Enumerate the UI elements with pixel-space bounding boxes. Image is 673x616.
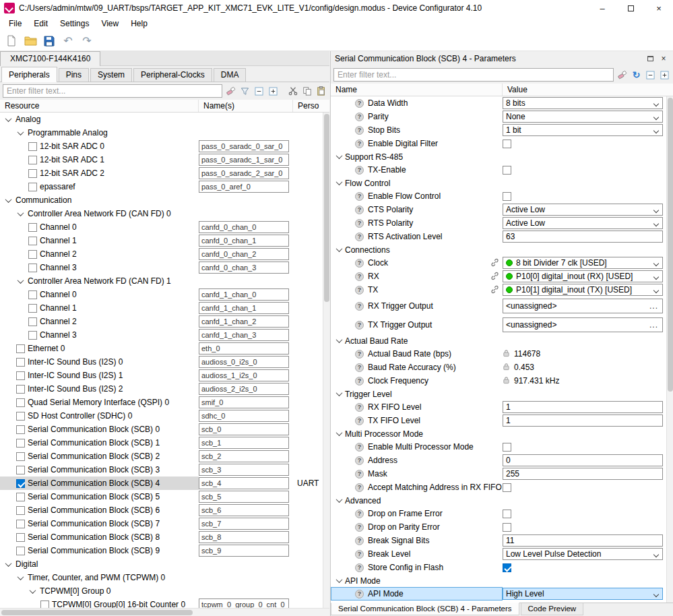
resource-name-input[interactable] (199, 518, 289, 530)
resource-checkbox[interactable] (16, 371, 25, 380)
expander-icon[interactable] (4, 196, 13, 205)
tree-row[interactable]: 12-bit SAR ADC 2 (0, 166, 323, 180)
tree-row[interactable]: Serial Communication Block (SCB) 0 (0, 423, 323, 436)
resource-checkbox[interactable] (16, 466, 25, 474)
expander-icon[interactable] (335, 429, 344, 438)
tree-row[interactable]: Serial Communication Block (SCB) 7 (0, 517, 323, 530)
help-icon[interactable]: ? (355, 377, 364, 386)
resource-name-input[interactable] (199, 464, 289, 476)
expander-icon[interactable] (335, 245, 344, 254)
tree-row[interactable]: Inter-IC Sound Bus (I2S) 1 (0, 369, 323, 382)
help-icon[interactable]: ? (355, 206, 364, 214)
resource-checkbox[interactable] (16, 439, 25, 448)
tree-row[interactable]: Channel 1 (0, 234, 323, 247)
param-row[interactable]: ?TX Trigger Output<unassigned>... (331, 315, 667, 334)
ellipsis-button[interactable]: ... (649, 301, 658, 311)
tab-system[interactable]: System (90, 68, 132, 82)
param-row[interactable]: ?Enable Multi Processor Mode (331, 440, 667, 454)
cut-icon[interactable] (287, 86, 298, 97)
param-text-input[interactable] (503, 230, 663, 243)
resource-name-input[interactable] (199, 181, 289, 193)
help-icon[interactable]: ? (355, 403, 364, 412)
tree-row[interactable]: Quad Serial Memory Interface (QSPI) 0 (0, 396, 323, 409)
tab-peripherals[interactable]: Peripherals (1, 67, 57, 82)
tree-row[interactable]: Serial Communication Block (SCB) 8 (0, 530, 323, 544)
param-row[interactable]: ?TX FIFO Level (331, 414, 667, 427)
resource-checkbox[interactable] (28, 317, 37, 326)
param-group-row[interactable]: Support RS-485 (331, 150, 667, 163)
tree-row[interactable]: Inter-IC Sound Bus (I2S) 0 (0, 355, 323, 369)
column-header-name[interactable]: Name (331, 84, 503, 96)
help-icon[interactable]: ? (355, 219, 364, 228)
param-row[interactable]: ?Store Config in Flash (331, 561, 667, 574)
column-header-value[interactable]: Value (503, 84, 673, 96)
right-vertical-scrollbar[interactable] (666, 96, 673, 603)
resource-name-input[interactable] (199, 369, 289, 381)
clear-filter-icon[interactable] (225, 86, 236, 97)
resource-checkbox[interactable] (28, 223, 37, 232)
param-row[interactable]: ?Drop on Parity Error (331, 520, 667, 534)
help-icon[interactable]: ? (355, 456, 364, 465)
resource-checkbox[interactable] (16, 385, 25, 394)
param-row[interactable]: ?Data Width8 bits (331, 96, 667, 110)
tree-row[interactable]: Channel 0 (0, 220, 323, 234)
tree-row[interactable]: epassaref (0, 180, 323, 193)
resource-checkbox[interactable] (28, 169, 37, 178)
param-text-input[interactable] (503, 468, 663, 480)
expander-icon[interactable] (16, 129, 25, 137)
resource-checkbox[interactable] (28, 331, 37, 340)
help-icon[interactable]: ? (355, 443, 364, 452)
clear-filter-icon[interactable] (616, 69, 628, 81)
resource-name-input[interactable] (199, 315, 289, 328)
tree-row[interactable]: Serial Communication Block (SCB) 3 (0, 463, 323, 476)
resource-name-input[interactable] (199, 248, 289, 260)
resource-checkbox[interactable] (16, 520, 25, 528)
resource-name-input[interactable] (199, 235, 289, 247)
tree-row[interactable]: Digital (0, 557, 323, 571)
resource-name-input[interactable] (199, 383, 289, 395)
right-filter-input[interactable] (333, 68, 614, 82)
resource-checkbox[interactable] (16, 358, 25, 367)
resource-name-input[interactable] (199, 167, 289, 179)
resource-checkbox[interactable] (16, 547, 25, 555)
help-icon[interactable]: ? (355, 302, 364, 311)
right-vertical-scrollbar-thumb[interactable] (668, 98, 673, 392)
column-header-resource[interactable]: Resource (0, 100, 199, 112)
tree-row[interactable]: Channel 2 (0, 247, 323, 261)
tree-row[interactable]: Serial Communication Block (SCB) 1 (0, 436, 323, 450)
help-icon[interactable]: ? (355, 166, 364, 175)
resource-checkbox[interactable] (28, 264, 37, 272)
tree-row[interactable]: Programmable Analog (0, 126, 323, 140)
param-group-row[interactable]: Flow Control (331, 177, 667, 189)
resource-checkbox[interactable] (28, 250, 37, 259)
resource-name-input[interactable] (199, 598, 289, 608)
param-select[interactable]: High Level (503, 588, 663, 600)
close-button[interactable]: × (645, 0, 673, 16)
resource-checkbox[interactable] (16, 452, 25, 461)
resource-name-input[interactable] (199, 491, 289, 503)
left-filter-input[interactable] (3, 84, 222, 98)
resource-checkbox[interactable] (28, 183, 37, 191)
resource-name-input[interactable] (199, 477, 289, 489)
help-icon[interactable]: ? (355, 483, 364, 492)
help-icon[interactable]: ? (355, 192, 364, 201)
param-text-input[interactable] (503, 534, 663, 547)
resource-checkbox[interactable] (16, 412, 25, 421)
param-row[interactable]: ?RTS Activation Level (331, 230, 667, 243)
new-file-button[interactable] (4, 34, 19, 49)
param-row[interactable]: ?Enable Flow Control (331, 189, 667, 203)
resource-checkbox[interactable] (28, 156, 37, 164)
left-horizontal-scrollbar-thumb[interactable] (1, 610, 193, 615)
param-row[interactable]: ?Clock Frequency917.431 kHz (331, 374, 667, 388)
help-icon[interactable]: ? (355, 286, 364, 295)
param-row[interactable]: ?RTS PolarityActive Low (331, 216, 667, 230)
refresh-icon[interactable]: ↻ (631, 69, 642, 81)
param-checkbox[interactable] (503, 140, 511, 148)
tree-row[interactable]: 12-bit SAR ADC 0 (0, 140, 323, 153)
maximize-button[interactable] (616, 0, 645, 16)
help-icon[interactable]: ? (355, 510, 364, 518)
tree-row[interactable]: Serial Communication Block (SCB) 9 (0, 544, 323, 557)
param-text-input[interactable] (503, 414, 663, 427)
resource-name-input[interactable] (199, 450, 289, 462)
tab-dma[interactable]: DMA (214, 68, 247, 82)
